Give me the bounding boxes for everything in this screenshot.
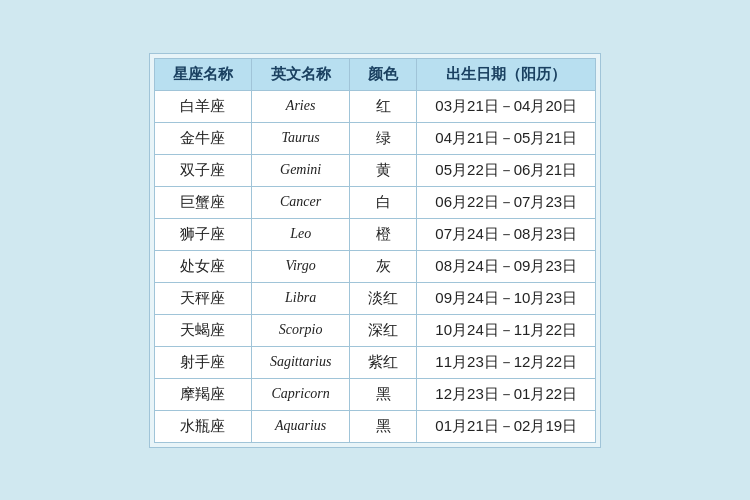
- table-cell-r1-c2: 绿: [350, 122, 417, 154]
- table-cell-r2-c3: 05月22日－06月21日: [417, 154, 596, 186]
- table-cell-r0-c3: 03月21日－04月20日: [417, 90, 596, 122]
- table-cell-r4-c0: 狮子座: [154, 218, 251, 250]
- table-row: 巨蟹座Cancer白06月22日－07月23日: [154, 186, 595, 218]
- table-row: 狮子座Leo橙07月24日－08月23日: [154, 218, 595, 250]
- table-row: 天蝎座Scorpio深红10月24日－11月22日: [154, 314, 595, 346]
- table-cell-r6-c3: 09月24日－10月23日: [417, 282, 596, 314]
- col-header-english-name: 英文名称: [251, 58, 349, 90]
- table-row: 摩羯座Capricorn黑12月23日－01月22日: [154, 378, 595, 410]
- table-cell-r4-c2: 橙: [350, 218, 417, 250]
- table-header-row: 星座名称 英文名称 颜色 出生日期（阳历）: [154, 58, 595, 90]
- table-row: 天秤座Libra淡红09月24日－10月23日: [154, 282, 595, 314]
- table-cell-r9-c3: 12月23日－01月22日: [417, 378, 596, 410]
- table-cell-r9-c0: 摩羯座: [154, 378, 251, 410]
- table-cell-r10-c3: 01月21日－02月19日: [417, 410, 596, 442]
- table-cell-r5-c0: 处女座: [154, 250, 251, 282]
- table-cell-r10-c1: Aquarius: [251, 410, 349, 442]
- table-cell-r7-c1: Scorpio: [251, 314, 349, 346]
- table-row: 射手座Sagittarius紫红11月23日－12月22日: [154, 346, 595, 378]
- table-row: 水瓶座Aquarius黑01月21日－02月19日: [154, 410, 595, 442]
- table-cell-r6-c2: 淡红: [350, 282, 417, 314]
- table-cell-r0-c0: 白羊座: [154, 90, 251, 122]
- table-cell-r9-c2: 黑: [350, 378, 417, 410]
- table-row: 金牛座Taurus绿04月21日－05月21日: [154, 122, 595, 154]
- table-cell-r7-c0: 天蝎座: [154, 314, 251, 346]
- table-cell-r10-c0: 水瓶座: [154, 410, 251, 442]
- col-header-chinese-name: 星座名称: [154, 58, 251, 90]
- table-cell-r8-c3: 11月23日－12月22日: [417, 346, 596, 378]
- table-cell-r7-c2: 深红: [350, 314, 417, 346]
- table-cell-r2-c2: 黄: [350, 154, 417, 186]
- table-cell-r7-c3: 10月24日－11月22日: [417, 314, 596, 346]
- table-cell-r10-c2: 黑: [350, 410, 417, 442]
- table-cell-r0-c2: 红: [350, 90, 417, 122]
- table-row: 处女座Virgo灰08月24日－09月23日: [154, 250, 595, 282]
- table-cell-r3-c0: 巨蟹座: [154, 186, 251, 218]
- table-cell-r4-c3: 07月24日－08月23日: [417, 218, 596, 250]
- table-cell-r6-c0: 天秤座: [154, 282, 251, 314]
- table-cell-r8-c2: 紫红: [350, 346, 417, 378]
- col-header-color: 颜色: [350, 58, 417, 90]
- table-row: 双子座Gemini黄05月22日－06月21日: [154, 154, 595, 186]
- table-cell-r6-c1: Libra: [251, 282, 349, 314]
- table-cell-r3-c2: 白: [350, 186, 417, 218]
- table-cell-r5-c2: 灰: [350, 250, 417, 282]
- zodiac-table: 星座名称 英文名称 颜色 出生日期（阳历） 白羊座Aries红03月21日－04…: [154, 58, 596, 443]
- table-row: 白羊座Aries红03月21日－04月20日: [154, 90, 595, 122]
- table-cell-r3-c1: Cancer: [251, 186, 349, 218]
- table-cell-r8-c0: 射手座: [154, 346, 251, 378]
- table-cell-r5-c1: Virgo: [251, 250, 349, 282]
- table-cell-r1-c0: 金牛座: [154, 122, 251, 154]
- table-cell-r2-c0: 双子座: [154, 154, 251, 186]
- table-cell-r2-c1: Gemini: [251, 154, 349, 186]
- table-cell-r9-c1: Capricorn: [251, 378, 349, 410]
- table-cell-r1-c1: Taurus: [251, 122, 349, 154]
- table-cell-r8-c1: Sagittarius: [251, 346, 349, 378]
- table-cell-r4-c1: Leo: [251, 218, 349, 250]
- table-cell-r3-c3: 06月22日－07月23日: [417, 186, 596, 218]
- zodiac-table-container: 星座名称 英文名称 颜色 出生日期（阳历） 白羊座Aries红03月21日－04…: [149, 53, 601, 448]
- table-cell-r5-c3: 08月24日－09月23日: [417, 250, 596, 282]
- table-cell-r0-c1: Aries: [251, 90, 349, 122]
- col-header-date: 出生日期（阳历）: [417, 58, 596, 90]
- table-cell-r1-c3: 04月21日－05月21日: [417, 122, 596, 154]
